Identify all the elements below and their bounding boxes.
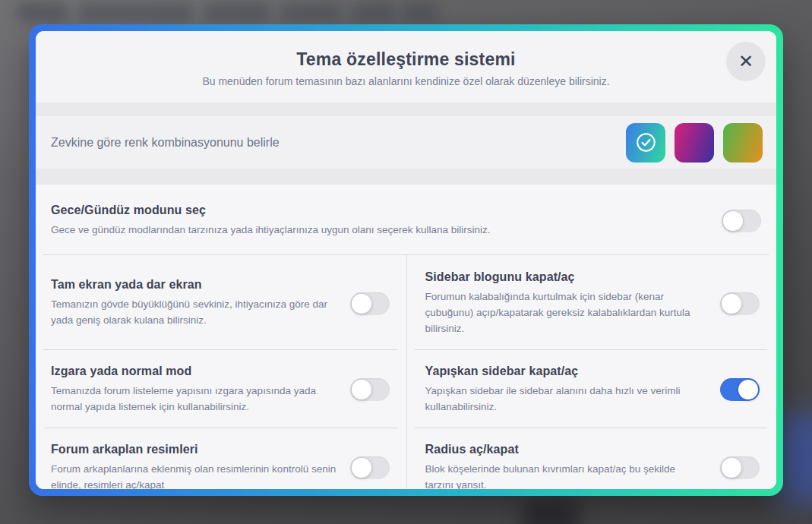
setting-description: Forumun kalabalığında kurtulmak için sid… [425,289,707,337]
setting-description: Gece ve gündüz modlarından tarzınıza yad… [51,223,706,238]
setting-description: Yapışkan sidebar ile sidebar alanını dah… [425,384,707,415]
close-button[interactable]: ✕ [726,42,766,81]
modal-header: Tema özelleştirme sistemi Bu menüden for… [36,31,776,103]
toggle-forum-backgrounds[interactable] [350,456,390,479]
blurred-menu-item [280,2,342,22]
setting-cell-fullscreen: Tam ekran yada dar ekran Temanızın gövde… [36,255,406,349]
color-swatches [626,123,763,163]
color-section-label: Zevkine göre renk kombinasyonunu belirle [51,136,280,150]
setting-title: Radius aç/kapat [425,443,707,456]
setting-cell-radius: Radius aç/kapat Blok köşelerinde bulunan… [406,428,777,489]
setting-cell-sidebar-block: Sidebar blogunu kapat/aç Forumun kalabal… [406,255,777,349]
divider-band [36,169,776,185]
theme-customization-modal: Tema özelleştirme sistemi Bu menüden for… [29,24,783,496]
toggle-knob [352,458,371,478]
blurred-menu-item [78,2,194,22]
toggle-knob [723,211,743,231]
setting-title: Forum arkaplan resimleri [51,443,336,456]
color-swatch-blue-green[interactable] [626,123,665,163]
blurred-menu-item [351,2,395,22]
divider-band [36,103,776,116]
setting-title: Tam ekran yada dar ekran [51,278,336,292]
settings-grid: Tam ekran yada dar ekran Temanızın gövde… [36,255,776,489]
blurred-menu-item [204,2,270,22]
toggle-fullscreen[interactable] [350,292,390,315]
setting-description: Forum arkaplanlarına eklenmiş olan resim… [51,462,336,489]
setting-description: Blok köşelerinde bulunan kıvrımları kapa… [425,462,707,489]
page-backdrop: Tema özelleştirme sistemi Bu menüden for… [0,0,812,524]
setting-description: Temanızda forum listeleme yapısını ızgar… [51,384,336,415]
setting-title: Yapışkan sidebar kapat/aç [425,365,707,378]
toggle-sticky-sidebar[interactable] [720,378,760,401]
modal-subtitle: Bu menüden forum temasının bazı alanları… [51,75,761,87]
setting-title: Sidebar blogunu kapat/aç [425,270,707,284]
toggle-knob [722,458,741,478]
settings-area: Gece/Gündüz modunu seç Gece ve gündüz mo… [36,185,776,489]
modal-title: Tema özelleştirme sistemi [51,49,761,70]
check-icon [636,132,656,153]
setting-cell-grid-mode: Izgara yada normal mod Temanızda forum l… [36,349,406,428]
color-combination-section: Zevkine göre renk kombinasyonunu belirle [36,116,776,169]
setting-title: Izgara yada normal mod [51,365,336,378]
setting-description: Temanızın gövde büyüklüğünü sevkiniz, ih… [51,297,336,329]
toggle-knob [738,380,758,399]
toggle-sidebar-block[interactable] [720,292,760,315]
toggle-grid-mode[interactable] [350,378,390,401]
color-swatch-green-orange[interactable] [723,123,763,163]
setting-title: Gece/Gündüz modunu seç [51,204,706,217]
color-swatch-pink-indigo[interactable] [675,123,714,163]
setting-row-full: Gece/Gündüz modunu seç Gece ve gündüz mo… [36,185,776,255]
setting-cell-forum-backgrounds: Forum arkaplan resimleri Forum arkaplanl… [36,428,406,489]
toggle-knob [352,380,371,399]
toggle-radius[interactable] [720,456,760,479]
blurred-menu-item [17,2,68,22]
close-icon: ✕ [738,52,754,71]
toggle-knob [722,294,741,314]
blurred-menu-item [401,2,438,22]
setting-cell-sticky-sidebar: Yapışkan sidebar kapat/aç Yapışkan sideb… [406,349,777,428]
toggle-knob [352,294,371,314]
toggle-night-mode[interactable] [722,210,761,232]
blurred-background-blob [523,500,579,524]
